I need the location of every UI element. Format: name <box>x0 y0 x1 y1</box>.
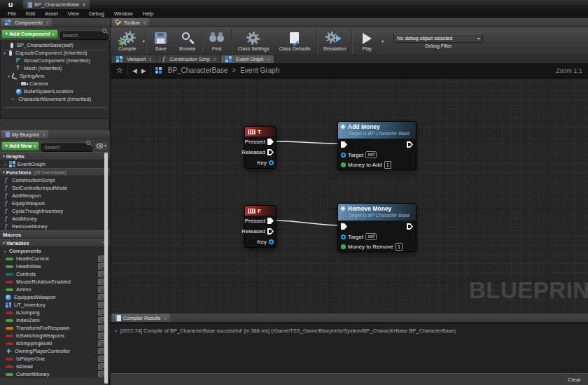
variable-item[interactable]: OwningPlayerController <box>0 347 110 355</box>
menu-item[interactable]: Help <box>138 10 158 17</box>
collapse-icon[interactable]: ▾ <box>3 170 5 174</box>
variable-item[interactable]: Controls <box>0 270 110 278</box>
components-search-input[interactable] <box>60 31 108 40</box>
exec-pin[interactable] <box>267 149 274 155</box>
compiler-log-entry[interactable]: • [2072,74] Compile of BP_CharacterBase … <box>115 328 584 334</box>
function-item[interactable]: ƒ AddMoney <box>0 215 110 223</box>
function-item[interactable]: ƒ CycleTroughInventory <box>0 207 110 215</box>
expand-icon[interactable]: ▸ <box>4 249 9 253</box>
function-item[interactable]: ƒ SetControllerInputMode <box>0 184 110 192</box>
add-money-node[interactable]: Add Money Target is BP Character Base Ta… <box>337 121 416 170</box>
component-tree-row[interactable]: ▾ SpringArm <box>1 72 109 80</box>
variable-item[interactable]: EquippedWeapon <box>0 293 110 301</box>
component-tree-row[interactable]: Camera <box>1 80 109 88</box>
variable-item[interactable]: UT_Inventory <box>0 301 110 309</box>
collapse-icon[interactable]: ▾ <box>3 241 5 245</box>
close-icon[interactable]: x <box>267 57 270 62</box>
class-settings-button[interactable]: Class Settings <box>233 27 274 55</box>
tree-expand-arrow[interactable]: ▾ <box>2 51 7 55</box>
browse-button[interactable]: Browse <box>174 27 201 55</box>
exec-in-pin-connected[interactable] <box>341 223 347 230</box>
graph-item[interactable]: ▷ EventGraph <box>0 160 110 168</box>
variable-item[interactable]: MouseRotationEnabled <box>0 278 110 286</box>
exec-pin-connected[interactable] <box>267 218 274 224</box>
event-graph-canvas[interactable]: ☆ ◀ ▶ BP_CharacterBase > Event Graph Zoo… <box>111 63 588 314</box>
menu-item[interactable]: File <box>3 10 21 17</box>
key-data-pin[interactable] <box>269 239 274 244</box>
key-data-pin[interactable] <box>269 160 274 165</box>
graphs-section-header[interactable]: ▾ Graphs + <box>0 152 110 160</box>
macros-section-header[interactable]: Macros + <box>0 230 110 239</box>
close-icon[interactable]: x <box>214 57 216 62</box>
variable-item[interactable]: Ammo <box>0 286 110 293</box>
save-button[interactable]: Save <box>148 27 174 55</box>
component-tree-row[interactable]: ArrowComponent (Inherited) <box>1 57 109 64</box>
compiler-results-tab[interactable]: Compiler Results x <box>112 314 170 322</box>
event-node-f[interactable]: F Pressed Released Key <box>244 205 276 248</box>
exec-in-pin-connected[interactable] <box>341 141 347 148</box>
menu-item[interactable]: Edit <box>21 10 40 17</box>
play-button[interactable]: Play <box>354 27 380 55</box>
tree-expand-arrow[interactable]: ▾ <box>6 74 11 78</box>
class-defaults-button[interactable]: Class Defaults <box>274 27 315 55</box>
compile-options-caret[interactable]: ▾ <box>143 38 145 43</box>
expand-icon[interactable]: ▷ <box>4 162 9 167</box>
component-tree-row[interactable]: CharacterMovement (Inherited) <box>1 95 109 103</box>
target-pin[interactable] <box>341 234 346 239</box>
close-icon[interactable]: x <box>149 57 152 62</box>
menu-item[interactable]: View <box>63 10 84 17</box>
exec-out-pin[interactable] <box>407 223 413 230</box>
exec-out-pin[interactable] <box>407 141 413 148</box>
menu-item[interactable]: Asset <box>40 10 63 17</box>
variable-item[interactable]: IsDead <box>0 363 110 370</box>
exec-pin-connected[interactable] <box>267 139 274 145</box>
play-options-caret[interactable]: ▾ <box>382 38 384 43</box>
variable-item[interactable]: isJumping <box>0 309 110 316</box>
add-component-button[interactable]: + Add Component ▾ <box>1 29 58 38</box>
money-to-remove-pin[interactable] <box>341 244 346 249</box>
component-tree-row[interactable]: BulletSpawnLocation <box>1 88 109 95</box>
close-icon[interactable]: x <box>43 132 46 137</box>
variable-item[interactable]: isSwitchingWeapons <box>0 332 110 340</box>
my-blueprint-search-input[interactable] <box>41 144 92 152</box>
my-blueprint-tab[interactable]: My Blueprint x <box>1 130 48 139</box>
find-button[interactable]: Find <box>204 27 230 55</box>
scrollbar[interactable] <box>104 153 108 384</box>
toolbar-tab[interactable]: Toolbar x <box>112 18 149 27</box>
add-new-button[interactable]: + Add New ▾ <box>1 141 39 150</box>
variable-item[interactable]: TransformForRespawn <box>0 324 110 332</box>
event-node-t[interactable]: T Pressed Released Key <box>244 126 276 169</box>
breadcrumb-root[interactable]: BP_CharacterBase <box>168 66 228 74</box>
money-to-remove-input[interactable]: 1 <box>396 243 402 251</box>
collapse-icon[interactable]: ▾ <box>3 154 5 158</box>
close-icon[interactable]: x <box>144 20 146 25</box>
function-item[interactable]: ƒ EquipWeapon <box>0 200 110 207</box>
simulation-button[interactable]: Simulation <box>318 27 351 55</box>
variables-section-header[interactable]: ▾ Variables + <box>0 239 110 247</box>
variable-item[interactable]: IsPlayerOne <box>0 355 110 363</box>
close-icon[interactable]: x <box>83 1 85 8</box>
function-item[interactable]: ƒ ConstructionScript <box>0 176 110 184</box>
close-icon[interactable]: x <box>164 316 167 321</box>
money-to-add-pin[interactable] <box>341 162 346 167</box>
menu-item[interactable]: Window <box>109 10 138 17</box>
functions-section-header[interactable]: ▾ Functions (28 Overridable) + <box>0 168 110 176</box>
window-tab[interactable]: BP_CharacterBase x <box>23 0 90 9</box>
money-to-add-input[interactable]: 1 <box>384 161 391 169</box>
document-tab[interactable]: Event Graph x <box>221 55 274 63</box>
variable-item[interactable]: isShippingBuild <box>0 340 110 347</box>
remove-money-node[interactable]: Remove Money Target is BP Character Base… <box>337 203 416 252</box>
clear-button[interactable]: Clear <box>568 377 581 383</box>
back-icon[interactable]: ◀ <box>132 67 137 74</box>
variable-item[interactable]: HealthCurrent <box>0 255 110 262</box>
document-tab[interactable]: Viewport x <box>112 55 156 63</box>
debug-object-dropdown[interactable]: No debug object selected ▾ <box>393 34 483 43</box>
favorite-star-icon[interactable]: ☆ <box>116 66 123 75</box>
variable-item[interactable]: CurrentMoney <box>0 370 110 378</box>
document-tab[interactable]: Construction Scrip x <box>158 55 220 63</box>
component-tree-row[interactable]: Mesh (Inherited) <box>1 64 109 72</box>
target-pin[interactable] <box>341 153 346 158</box>
visibility-filter-button[interactable]: ▾ <box>94 141 108 150</box>
component-tree-row[interactable]: BP_CharacterBase(self) <box>1 41 109 49</box>
components-tab[interactable]: Components x <box>1 18 52 27</box>
